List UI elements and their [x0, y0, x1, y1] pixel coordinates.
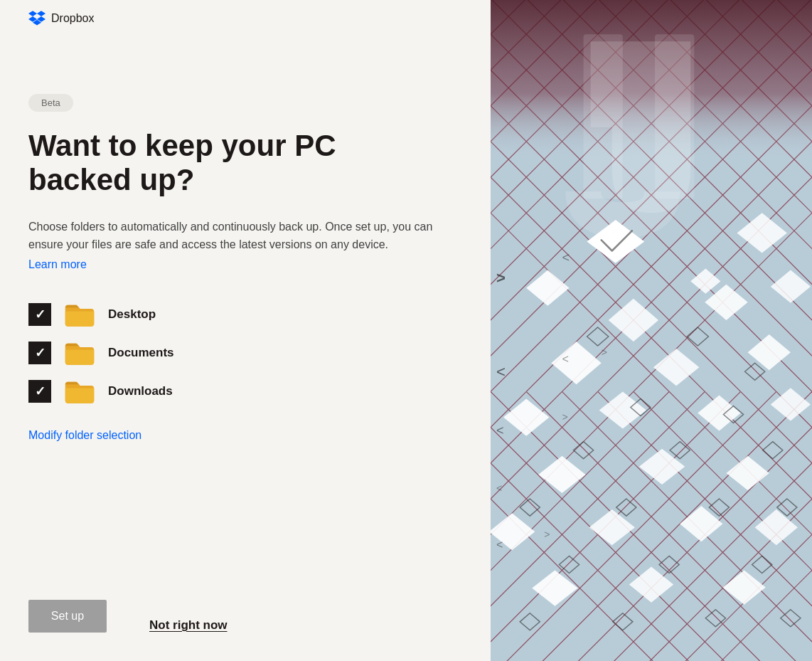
folder-label-downloads: Downloads	[108, 384, 173, 398]
svg-rect-105	[655, 34, 694, 199]
check-icon-desktop: ✓	[35, 307, 46, 322]
left-panel: Dropbox Beta Want to keep your PC backed…	[0, 0, 491, 661]
content-area: Beta Want to keep your PC backed up? Cho…	[28, 37, 462, 600]
checkbox-downloads[interactable]: ✓	[28, 380, 51, 403]
svg-text:>: >	[544, 529, 550, 540]
checkbox-documents[interactable]: ✓	[28, 342, 51, 364]
folder-icon-downloads	[64, 378, 95, 405]
folder-item-desktop: ✓ Desktop	[28, 297, 462, 332]
folder-icon-desktop	[64, 301, 95, 328]
not-right-now-button[interactable]: Not right now	[149, 618, 228, 633]
folder-item-downloads: ✓ Downloads	[28, 374, 462, 409]
svg-text:<: <	[496, 482, 502, 494]
right-panel: > < < < > < > < < >	[491, 0, 812, 661]
folder-list: ✓ Desktop ✓	[28, 297, 462, 409]
header: Dropbox	[28, 0, 462, 37]
dropbox-icon	[28, 10, 46, 27]
footer-buttons: Set up Not right now	[28, 600, 462, 661]
svg-text:<: <	[496, 538, 503, 551]
learn-more-link[interactable]: Learn more	[28, 258, 87, 271]
check-icon-downloads: ✓	[35, 384, 46, 399]
folder-label-desktop: Desktop	[108, 307, 156, 322]
decorative-background: > < < < > < > < < >	[491, 0, 812, 661]
svg-rect-104	[584, 34, 623, 199]
svg-text:>: >	[562, 411, 567, 423]
folder-item-documents: ✓ Documents	[28, 335, 462, 371]
folder-icon-documents	[64, 339, 95, 366]
app-name: Dropbox	[51, 12, 94, 25]
svg-text:>: >	[602, 347, 607, 358]
beta-badge: Beta	[28, 94, 73, 112]
folder-label-documents: Documents	[108, 346, 174, 360]
modify-folder-selection-link[interactable]: Modify folder selection	[28, 429, 141, 442]
setup-button[interactable]: Set up	[28, 600, 107, 633]
dropbox-logo: Dropbox	[28, 10, 94, 27]
svg-text:<: <	[562, 352, 568, 365]
svg-text:<: <	[562, 250, 570, 265]
checkbox-desktop[interactable]: ✓	[28, 303, 51, 326]
background-pattern-svg: > < < < > < > < < >	[491, 0, 812, 661]
check-icon-documents: ✓	[35, 345, 46, 361]
svg-text:>: >	[496, 269, 506, 287]
description-text: Choose folders to automatically and cont…	[28, 218, 441, 254]
page-title: Want to keep your PC backed up?	[28, 129, 441, 198]
svg-text:<: <	[496, 363, 506, 381]
svg-text:<: <	[496, 423, 504, 438]
main-container: Dropbox Beta Want to keep your PC backed…	[0, 0, 812, 661]
